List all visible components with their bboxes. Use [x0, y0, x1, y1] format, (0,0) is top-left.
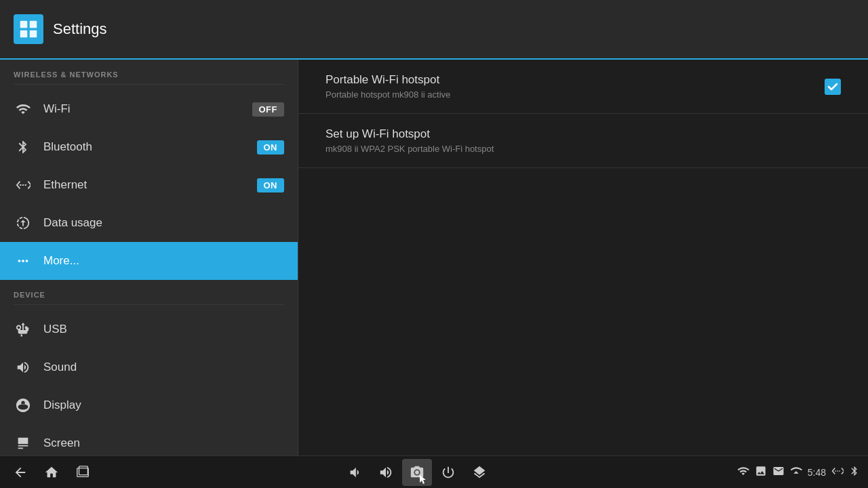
more-icon	[14, 251, 33, 270]
taskbar-media-buttons	[340, 459, 494, 486]
wifi-label: Wi-Fi	[43, 102, 71, 116]
sidebar-item-usb[interactable]: USB	[0, 310, 298, 348]
main-layout: WIRELESS & NETWORKS Wi-Fi OFF Bluetooth …	[0, 60, 868, 455]
taskbar-status-area: 5:48	[737, 465, 868, 480]
wifi-icon	[14, 100, 33, 119]
taskbar-nav-buttons	[0, 459, 98, 486]
bluetooth-toggle[interactable]: ON	[257, 140, 285, 155]
sidebar-item-data-usage[interactable]: Data usage	[0, 204, 298, 242]
svg-rect-1	[30, 21, 37, 28]
svg-rect-3	[30, 30, 37, 38]
svg-point-7	[415, 470, 419, 474]
status-network-icon	[831, 465, 844, 480]
screenshot-button[interactable]	[402, 459, 432, 486]
portable-hotspot-checkbox[interactable]	[825, 79, 841, 95]
data-usage-label: Data usage	[43, 216, 102, 230]
bluetooth-label: Bluetooth	[43, 140, 92, 154]
sound-label: Sound	[43, 361, 77, 374]
setup-hotspot-subtitle: mk908 ii WPA2 PSK portable Wi-Fi hotspot	[326, 144, 841, 154]
power-button[interactable]	[433, 459, 463, 486]
status-signal-icon	[790, 465, 802, 480]
page-title: Settings	[53, 20, 107, 38]
sidebar-item-sound[interactable]: Sound	[0, 348, 298, 386]
svg-rect-2	[20, 30, 28, 38]
usb-label: USB	[43, 323, 67, 336]
status-photo-icon	[755, 465, 767, 480]
status-time: 5:48	[808, 467, 826, 478]
sidebar-item-screen[interactable]: Screen	[0, 424, 298, 455]
back-button[interactable]	[5, 459, 35, 486]
device-divider	[14, 304, 284, 305]
status-email-icon	[772, 465, 785, 480]
recents-button[interactable]	[68, 459, 98, 486]
sidebar-item-wifi[interactable]: Wi-Fi OFF	[0, 90, 298, 128]
screen-icon	[14, 434, 33, 453]
portable-hotspot-text: Portable Wi-Fi hotspot Portable hotspot …	[326, 73, 825, 100]
sound-icon	[14, 358, 33, 377]
portable-hotspot-item[interactable]: Portable Wi-Fi hotspot Portable hotspot …	[298, 60, 868, 114]
wireless-section-header: WIRELESS & NETWORKS	[0, 60, 298, 84]
volume-up-button[interactable]	[371, 459, 401, 486]
portable-hotspot-subtitle: Portable hotspot mk908 ii active	[326, 89, 825, 100]
sidebar: WIRELESS & NETWORKS Wi-Fi OFF Bluetooth …	[0, 60, 298, 455]
svg-rect-0	[20, 21, 28, 28]
ethernet-icon	[14, 176, 33, 195]
sidebar-item-bluetooth[interactable]: Bluetooth ON	[0, 128, 298, 166]
ethernet-label: Ethernet	[43, 178, 87, 192]
svg-rect-6	[79, 466, 88, 474]
portable-hotspot-title: Portable Wi-Fi hotspot	[326, 73, 825, 87]
content-area: Portable Wi-Fi hotspot Portable hotspot …	[298, 60, 868, 455]
taskbar: 5:48	[0, 455, 868, 488]
layers-button[interactable]	[465, 459, 494, 486]
sidebar-item-display[interactable]: Display	[0, 386, 298, 424]
wifi-toggle[interactable]: OFF	[252, 102, 285, 117]
display-label: Display	[43, 399, 81, 412]
setup-hotspot-item[interactable]: Set up Wi-Fi hotspot mk908 ii WPA2 PSK p…	[298, 114, 868, 168]
home-button[interactable]	[37, 459, 66, 486]
sidebar-item-more[interactable]: More...	[0, 242, 298, 280]
status-wifi-icon	[737, 465, 749, 480]
volume-down-button[interactable]	[340, 459, 370, 486]
usb-icon	[14, 320, 33, 339]
screen-label: Screen	[43, 436, 80, 450]
data-usage-icon	[14, 214, 33, 232]
bluetooth-icon	[14, 138, 33, 157]
setup-hotspot-title: Set up Wi-Fi hotspot	[326, 127, 841, 141]
titlebar: Settings	[0, 0, 868, 60]
wireless-divider	[14, 84, 284, 85]
status-bluetooth-icon	[849, 466, 860, 479]
more-label: More...	[43, 254, 79, 268]
device-section-header: DEVICE	[0, 280, 298, 304]
display-icon	[14, 396, 33, 415]
ethernet-toggle[interactable]: ON	[257, 178, 285, 192]
sidebar-item-ethernet[interactable]: Ethernet ON	[0, 166, 298, 204]
setup-hotspot-text: Set up Wi-Fi hotspot mk908 ii WPA2 PSK p…	[326, 127, 841, 154]
settings-app-icon	[14, 14, 43, 44]
